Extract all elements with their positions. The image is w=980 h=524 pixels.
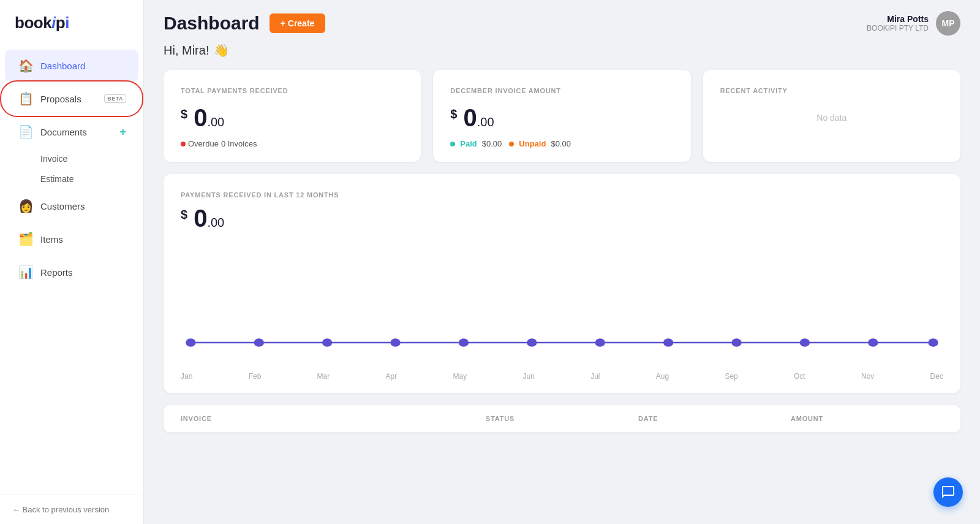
amount-whole: 0 xyxy=(463,104,477,131)
sidebar-item-label: Reports xyxy=(40,267,126,278)
chart-label-sep: Sep xyxy=(725,372,737,381)
svg-point-1 xyxy=(254,338,264,346)
svg-point-3 xyxy=(390,338,400,346)
invoice-table-card: INVOICE STATUS DATE AMOUNT xyxy=(164,405,960,433)
proposals-wrapper: 📋 Proposals BETA xyxy=(5,83,138,115)
amount-cents: .00 xyxy=(207,115,224,129)
total-payments-amount: $ 0.00 xyxy=(181,104,404,132)
svg-point-8 xyxy=(731,338,741,346)
chart-labels: Jan Feb Mar Apr May Jun Jul Aug Sep Oct … xyxy=(181,367,943,381)
header-right: Mira Potts BOOKIPI PTY LTD MP xyxy=(867,11,960,36)
greeting-text: Hi, Mira! xyxy=(164,44,209,58)
overdue-dot xyxy=(181,142,186,146)
unpaid-label: Unpaid xyxy=(519,139,546,148)
total-payments-card: TOTAL PAYMENTS RECEIVED $ 0.00 Overdue 0… xyxy=(164,70,421,162)
svg-point-4 xyxy=(459,338,469,346)
paid-label: Paid xyxy=(460,139,477,148)
recent-activity-title: RECENT ACTIVITY xyxy=(720,87,943,94)
recent-activity-empty: No data xyxy=(720,113,943,123)
beta-badge: BETA xyxy=(104,94,126,103)
dollar-sign: $ xyxy=(450,107,457,121)
back-label: ← Back to previous version xyxy=(12,505,109,514)
main-content: Dashboard + Create Mira Potts BOOKIPI PT… xyxy=(144,0,980,524)
chart-title: PAYMENTS RECEIVED IN LAST 12 MONTHS xyxy=(181,191,943,199)
reports-icon: 📊 xyxy=(17,264,34,281)
recent-activity-card: RECENT ACTIVITY No data xyxy=(703,70,960,162)
sidebar-item-reports[interactable]: 📊 Reports xyxy=(5,256,138,288)
sidebar-item-customers[interactable]: 👩 Customers xyxy=(5,190,138,222)
chart-label-oct: Oct xyxy=(794,372,805,381)
greeting-emoji: 👋 xyxy=(214,43,229,58)
add-document-button[interactable]: + xyxy=(119,126,126,139)
svg-point-0 xyxy=(186,338,195,346)
december-invoice-card: DECEMBER INVOICE AMOUNT $ 0.00 Paid $0.0… xyxy=(433,70,690,162)
svg-point-7 xyxy=(663,338,673,346)
user-name: Mira Potts xyxy=(867,14,929,24)
greeting: Hi, Mira! 👋 xyxy=(164,43,960,58)
chart-label-aug: Aug xyxy=(656,372,669,381)
dashboard-icon: 🏠 xyxy=(17,57,34,74)
col-status: STATUS xyxy=(486,415,638,422)
chat-icon xyxy=(941,485,956,499)
back-to-previous[interactable]: ← Back to previous version xyxy=(0,495,143,524)
sidebar-item-proposals[interactable]: 📋 Proposals BETA xyxy=(5,83,138,115)
chart-label-nov: Nov xyxy=(861,372,874,381)
svg-point-9 xyxy=(800,338,810,346)
payments-chart-card: PAYMENTS RECEIVED IN LAST 12 MONTHS $ 0.… xyxy=(164,174,960,393)
amount-cents: .00 xyxy=(477,115,494,129)
page-header: Dashboard + Create Mira Potts BOOKIPI PT… xyxy=(144,0,980,43)
paid-value: $0.00 xyxy=(482,139,502,148)
svg-point-11 xyxy=(928,338,938,346)
dollar-sign: $ xyxy=(181,208,187,221)
total-payments-title: TOTAL PAYMENTS RECEIVED xyxy=(181,87,404,94)
col-invoice: INVOICE xyxy=(181,415,486,422)
chart-label-jan: Jan xyxy=(181,372,192,381)
amount-whole: 0 xyxy=(194,205,207,232)
chat-button[interactable] xyxy=(933,477,963,507)
unpaid-dot xyxy=(509,142,514,146)
svg-point-10 xyxy=(868,338,878,346)
items-icon: 🗂️ xyxy=(17,230,34,248)
svg-point-6 xyxy=(595,338,605,346)
overdue-value: 0 Invoices xyxy=(221,139,257,148)
paid-unpaid-info: Paid $0.00 Unpaid $0.00 xyxy=(450,139,673,148)
paid-dot xyxy=(450,142,455,146)
estimate-label: Estimate xyxy=(40,174,74,184)
sidebar-item-label: Customers xyxy=(40,201,126,211)
user-info: Mira Potts BOOKIPI PTY LTD xyxy=(867,14,929,32)
amount-whole: 0 xyxy=(194,104,207,131)
dashboard-content: Hi, Mira! 👋 TOTAL PAYMENTS RECEIVED $ 0.… xyxy=(144,43,980,524)
chart-label-mar: Mar xyxy=(317,372,330,381)
create-button[interactable]: + Create xyxy=(270,13,326,33)
sidebar-item-estimate[interactable]: Estimate xyxy=(5,169,138,189)
chart-amount: $ 0.00 xyxy=(181,205,943,232)
sidebar-item-items[interactable]: 🗂️ Items xyxy=(5,223,138,255)
page-title: Dashboard xyxy=(164,13,260,34)
dollar-sign: $ xyxy=(181,107,187,121)
chart-label-feb: Feb xyxy=(249,372,262,381)
overdue-info: Overdue 0 Invoices xyxy=(181,139,404,148)
chart-container xyxy=(181,245,943,367)
sidebar-item-dashboard[interactable]: 🏠 Dashboard xyxy=(5,50,138,82)
december-amount: $ 0.00 xyxy=(450,104,673,132)
svg-point-2 xyxy=(322,338,332,346)
customers-icon: 👩 xyxy=(17,197,34,215)
sidebar-item-label: Proposals xyxy=(40,94,102,104)
invoice-label: Invoice xyxy=(40,154,67,164)
user-company: BOOKIPI PTY LTD xyxy=(867,24,929,32)
avatar[interactable]: MP xyxy=(936,11,960,36)
logo: bookipi xyxy=(0,0,143,44)
sidebar: bookipi 🏠 Dashboard 📋 Proposals BETA 📄 D… xyxy=(0,0,144,524)
chart-label-dec: Dec xyxy=(930,372,943,381)
sidebar-item-documents[interactable]: 📄 Documents + xyxy=(5,116,138,148)
unpaid-value: $0.00 xyxy=(551,139,571,148)
app-name: bookipi xyxy=(15,13,69,32)
chart-label-jun: Jun xyxy=(522,372,534,381)
col-amount: AMOUNT xyxy=(791,415,943,422)
line-chart xyxy=(181,245,943,367)
proposals-icon: 📋 xyxy=(17,90,34,107)
sidebar-item-invoice[interactable]: Invoice xyxy=(5,149,138,169)
overdue-label: Overdue xyxy=(188,139,219,148)
table-header: INVOICE STATUS DATE AMOUNT xyxy=(164,405,960,433)
sidebar-nav: 🏠 Dashboard 📋 Proposals BETA 📄 Documents… xyxy=(0,44,143,495)
